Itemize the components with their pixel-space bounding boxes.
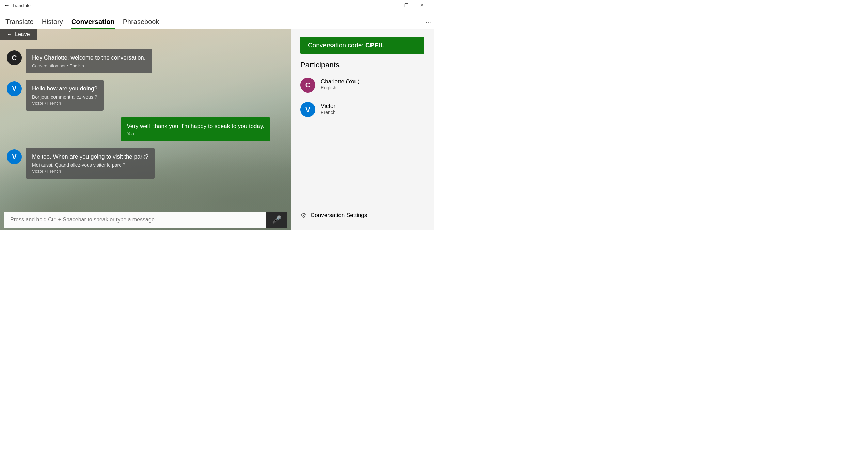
settings-link[interactable]: ⚙ Conversation Settings (300, 209, 424, 222)
conversation-code-box: Conversation code: CPEIL (300, 37, 424, 54)
conversation-code-value: CPEIL (365, 42, 384, 49)
participant-item: V Victor French (300, 99, 424, 118)
message-bubble: Hey Charlotte, welcome to the conversati… (26, 49, 152, 73)
main-area: ← Leave C Hey Charlotte, welcome to the … (0, 29, 434, 230)
tab-conversation[interactable]: Conversation (71, 18, 120, 29)
tab-history[interactable]: History (42, 18, 68, 29)
maximize-button[interactable]: ❐ (398, 0, 414, 11)
participant-info: Victor French (321, 103, 336, 115)
leave-arrow-icon: ← (7, 31, 12, 37)
bubble-meta: You (127, 131, 264, 136)
message-input[interactable] (4, 212, 266, 228)
message-bubble-own: Very well, thank you. I'm happy to speak… (121, 117, 270, 142)
sidebar: Conversation code: CPEIL Participants C … (291, 29, 434, 230)
message-bubble: Me too. When are you going to visit the … (26, 148, 155, 179)
participant-name: Victor (321, 103, 336, 110)
message-bubble: Hello how are you doing? Bonjour, commen… (26, 80, 104, 111)
avatar: V (7, 149, 22, 164)
tab-phrasebook[interactable]: Phrasebook (123, 18, 165, 29)
avatar: V (7, 81, 22, 96)
app-title: Translator (12, 3, 383, 8)
title-bar: ← Translator — ❐ ✕ (0, 0, 434, 11)
avatar: C (300, 78, 315, 93)
participant-item: C Charlotte (You) English (300, 75, 424, 94)
leave-button[interactable]: ← Leave (0, 29, 37, 40)
bubble-main-text: Hello how are you doing? (32, 85, 97, 93)
close-button[interactable]: ✕ (414, 0, 430, 11)
participant-language: English (321, 85, 360, 90)
bubble-meta: Conversation bot • English (32, 63, 146, 68)
chat-panel: ← Leave C Hey Charlotte, welcome to the … (0, 29, 291, 230)
microphone-icon: 🎤 (272, 215, 281, 224)
input-area: 🎤 (0, 209, 291, 230)
more-options[interactable]: ··· (425, 18, 431, 29)
bubble-main-text: Hey Charlotte, welcome to the conversati… (32, 54, 146, 62)
leave-label: Leave (15, 31, 30, 37)
window-controls: — ❐ ✕ (383, 0, 430, 11)
participant-name: Charlotte (You) (321, 78, 360, 85)
bubble-translation: Bonjour, comment allez-vous ? (32, 94, 97, 100)
settings-gear-icon: ⚙ (300, 211, 306, 219)
participants-title: Participants (300, 61, 424, 69)
avatar: C (7, 50, 22, 65)
participant-info: Charlotte (You) English (321, 78, 360, 90)
participant-language: French (321, 110, 336, 115)
bubble-main-text: Very well, thank you. I'm happy to speak… (127, 122, 264, 130)
nav-tabs: Translate History Conversation Phraseboo… (0, 11, 434, 29)
message-row: C Hey Charlotte, welcome to the conversa… (7, 49, 284, 73)
bubble-translation: Moi aussi. Quand allez-vous visiter le p… (32, 162, 148, 168)
bubble-main-text: Me too. When are you going to visit the … (32, 153, 148, 161)
message-row-own: Very well, thank you. I'm happy to speak… (7, 117, 284, 142)
bubble-meta: Victor • French (32, 101, 97, 106)
message-row: V Me too. When are you going to visit th… (7, 148, 284, 179)
tab-translate[interactable]: Translate (5, 18, 39, 29)
back-button[interactable]: ← (4, 2, 10, 9)
messages-area: C Hey Charlotte, welcome to the conversa… (0, 29, 291, 207)
bubble-meta: Victor • French (32, 169, 148, 174)
avatar: V (300, 102, 315, 117)
message-row: V Hello how are you doing? Bonjour, comm… (7, 80, 284, 111)
microphone-button[interactable]: 🎤 (266, 212, 287, 228)
conversation-code-label: Conversation code: (308, 42, 365, 49)
minimize-button[interactable]: — (383, 0, 398, 11)
settings-label: Conversation Settings (311, 212, 367, 219)
